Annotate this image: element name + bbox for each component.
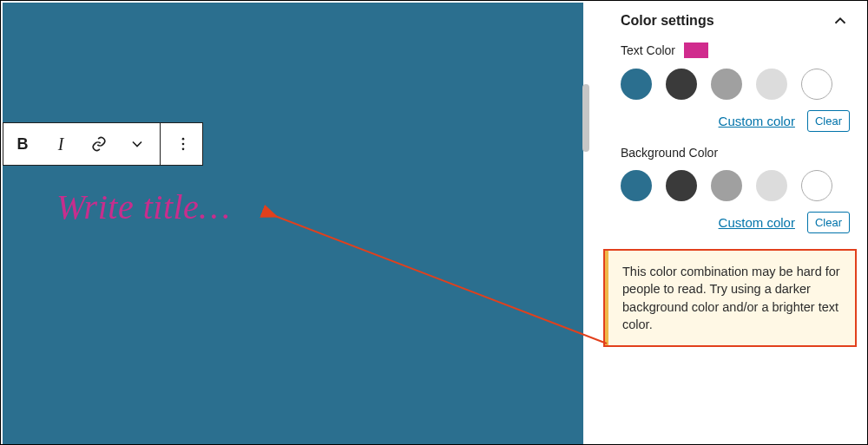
bg-color-swatches	[593, 161, 865, 206]
swatch-white[interactable]	[801, 69, 832, 100]
italic-button[interactable]: I	[42, 123, 80, 165]
text-color-actions: Custom color Clear	[593, 105, 865, 142]
text-color-label-text: Text Color	[621, 43, 675, 57]
editor-canvas[interactable]: B I Write title…	[3, 3, 583, 444]
swatch-light[interactable]	[756, 69, 787, 100]
chevron-up-icon	[831, 11, 850, 30]
bg-custom-color-link[interactable]: Custom color	[719, 215, 795, 230]
text-color-indicator	[684, 43, 708, 58]
swatch-white[interactable]	[801, 170, 832, 201]
swatch-gray[interactable]	[711, 170, 742, 201]
swatch-teal[interactable]	[621, 170, 652, 201]
bg-color-label-text: Background Color	[621, 146, 718, 160]
swatch-dark[interactable]	[666, 69, 697, 100]
text-color-clear-button[interactable]: Clear	[807, 110, 850, 132]
swatch-dark[interactable]	[666, 170, 697, 201]
block-toolbar: B I	[3, 122, 203, 166]
swatch-light[interactable]	[756, 170, 787, 201]
toolbar-separator	[160, 123, 161, 165]
text-color-label: Text Color	[593, 39, 865, 60]
link-button[interactable]	[80, 123, 118, 165]
bg-color-actions: Custom color Clear	[593, 206, 865, 244]
contrast-notice-highlight: This color combination may be hard for p…	[603, 249, 857, 347]
contrast-notice: This color combination may be hard for p…	[605, 251, 855, 345]
svg-point-1	[182, 143, 185, 146]
svg-point-2	[182, 148, 185, 151]
bold-button[interactable]: B	[3, 123, 42, 165]
title-input[interactable]: Write title…	[56, 187, 230, 227]
scrollbar-thumb[interactable]	[582, 84, 589, 152]
bg-color-clear-button[interactable]: Clear	[807, 212, 850, 233]
text-color-swatches	[593, 60, 865, 105]
bg-color-label: Background Color	[593, 142, 865, 161]
settings-sidebar: Color settings Text Color Custom color C…	[593, 3, 865, 444]
svg-point-0	[182, 138, 185, 141]
swatch-teal[interactable]	[621, 69, 652, 100]
swatch-gray[interactable]	[711, 69, 742, 100]
more-options-button[interactable]	[164, 123, 202, 165]
panel-title: Color settings	[621, 13, 714, 29]
text-custom-color-link[interactable]: Custom color	[719, 114, 795, 128]
color-settings-header[interactable]: Color settings	[593, 3, 865, 39]
dropdown-button[interactable]	[118, 123, 156, 165]
